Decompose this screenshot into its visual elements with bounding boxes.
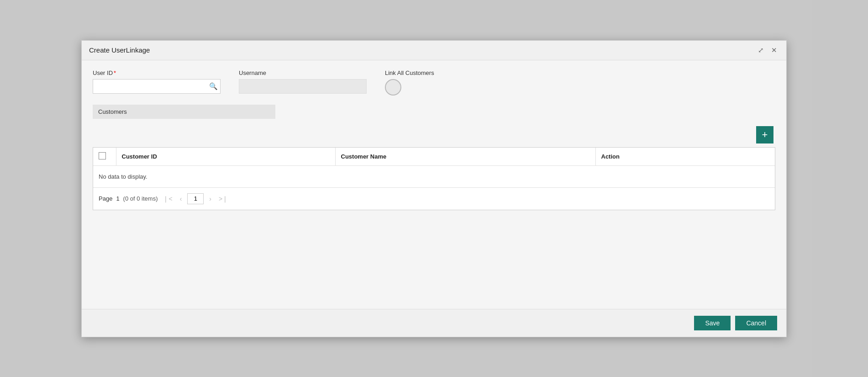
close-button[interactable]: ✕ (769, 45, 779, 55)
header-actions: ⤢ ✕ (756, 45, 779, 55)
modal-container: Create UserLinkage ⤢ ✕ User ID* (81, 40, 787, 337)
expand-icon: ⤢ (758, 46, 764, 54)
page-number-display: 1 (116, 195, 119, 202)
modal-overlay: Create UserLinkage ⤢ ✕ User ID* (0, 0, 868, 377)
page-info: (0 of 0 items) (123, 195, 158, 202)
link-all-customers-field: Link All Customers (385, 69, 434, 96)
add-customer-button[interactable]: + (756, 126, 773, 143)
table-header: Customer ID Customer Name Action (93, 148, 775, 166)
customers-table-container: Customer ID Customer Name Action (93, 147, 775, 210)
first-page-button[interactable]: ❘< (161, 194, 174, 203)
username-field: Username (239, 69, 367, 94)
user-id-input[interactable] (93, 79, 221, 94)
add-icon: + (762, 129, 768, 141)
table-header-row: Customer ID Customer Name Action (93, 148, 775, 166)
customers-table: Customer ID Customer Name Action (93, 148, 775, 187)
no-data-cell: No data to display. (93, 165, 775, 187)
th-customer-id: Customer ID (116, 148, 335, 166)
th-customer-name: Customer Name (335, 148, 595, 166)
modal-title: Create UserLinkage (89, 46, 150, 54)
link-all-customers-label: Link All Customers (385, 69, 434, 76)
link-all-customers-toggle[interactable] (385, 79, 401, 96)
modal-body: User ID* 🔍 Username Link A (82, 60, 786, 309)
close-icon: ✕ (771, 46, 777, 54)
cancel-button[interactable]: Cancel (735, 316, 777, 330)
modal-header: Create UserLinkage ⤢ ✕ (82, 41, 786, 60)
user-id-search-button[interactable]: 🔍 (209, 82, 218, 90)
modal-footer: Save Cancel (82, 309, 786, 337)
save-button[interactable]: Save (694, 316, 731, 330)
th-action: Action (595, 148, 775, 166)
page-label: Page (99, 195, 112, 202)
username-label: Username (239, 69, 367, 76)
next-page-button[interactable]: › (207, 194, 213, 203)
username-input (239, 79, 367, 94)
select-all-checkbox[interactable] (99, 152, 106, 159)
add-button-row: + (93, 126, 775, 143)
last-page-button[interactable]: >❘ (217, 194, 230, 203)
user-id-input-wrap: 🔍 (93, 79, 221, 94)
form-row: User ID* 🔍 Username Link A (93, 69, 775, 96)
toggle-wrap (385, 79, 434, 96)
user-id-label: User ID* (93, 69, 221, 76)
table-body: No data to display. (93, 165, 775, 187)
user-id-field: User ID* 🔍 (93, 69, 221, 94)
th-checkbox (93, 148, 116, 166)
pagination-row: Page 1 (0 of 0 items) ❘< ‹ › >❘ (93, 187, 775, 210)
required-star: * (114, 69, 116, 76)
prev-page-button[interactable]: ‹ (178, 194, 184, 203)
expand-button[interactable]: ⤢ (756, 45, 766, 55)
customers-section-header: Customers (93, 105, 275, 119)
search-icon: 🔍 (209, 82, 218, 90)
no-data-row: No data to display. (93, 165, 775, 187)
page-input[interactable] (187, 193, 204, 204)
